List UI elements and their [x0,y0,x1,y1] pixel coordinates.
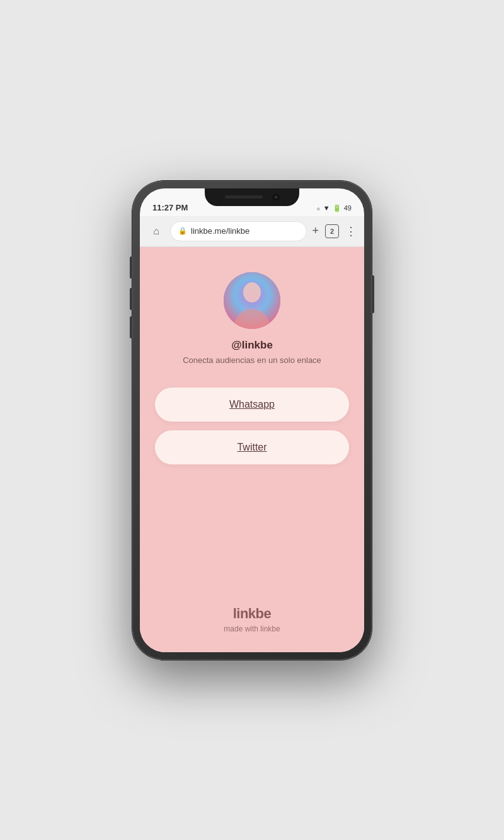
signal-icon: ⬦ [316,204,321,212]
url-text: linkbe.me/linkbe [191,226,249,236]
home-icon: ⌂ [153,226,159,237]
status-time: 11:27 PM [152,203,188,212]
footer: linkbe made with linkbe [224,580,280,633]
avatar [224,272,280,329]
whatsapp-link-button[interactable]: Whatsapp [155,388,349,422]
more-icon: ⋮ [345,224,357,238]
home-button[interactable]: ⌂ [147,222,165,240]
web-content: @linkbe Conecta audiencias en un solo en… [140,247,364,652]
url-bar[interactable]: 🔒 linkbe.me/linkbe [170,221,307,241]
browser-toolbar: ⌂ 🔒 linkbe.me/linkbe + 2 [147,221,357,241]
battery-level: 49 [344,204,352,212]
logo-text: linkbe [233,606,272,621]
camera [273,194,279,200]
lock-icon: 🔒 [178,227,187,235]
new-tab-button[interactable]: + [312,224,319,238]
linkbe-logo: linkbe [233,606,272,622]
status-icons: ⬦ ▼ 🔋 49 [316,204,352,212]
browser-chrome: ⌂ 🔒 linkbe.me/linkbe + 2 [140,216,364,247]
more-button[interactable]: ⋮ [345,224,357,238]
footer-tagline: made with linkbe [224,624,280,633]
battery-icon: 🔋 [333,204,341,212]
profile-bio: Conecta audiencias en un solo enlace [183,355,321,365]
twitter-link-button[interactable]: Twitter [155,430,349,464]
tab-count-button[interactable]: 2 [325,224,339,238]
tab-count: 2 [330,227,334,235]
avatar-image [224,272,280,329]
notch [205,188,299,206]
speaker [225,195,263,198]
browser-actions: + 2 ⋮ [312,224,357,238]
phone-screen: 11:27 PM ⬦ ▼ 🔋 49 ⌂ 🔒 linkbe.me/linkbe [140,188,364,652]
svg-point-1 [243,282,261,302]
phone-frame: 11:27 PM ⬦ ▼ 🔋 49 ⌂ 🔒 linkbe.me/linkbe [132,181,372,660]
plus-icon: + [312,224,319,238]
wifi-icon: ▼ [323,204,330,212]
profile-username: @linkbe [231,339,273,352]
